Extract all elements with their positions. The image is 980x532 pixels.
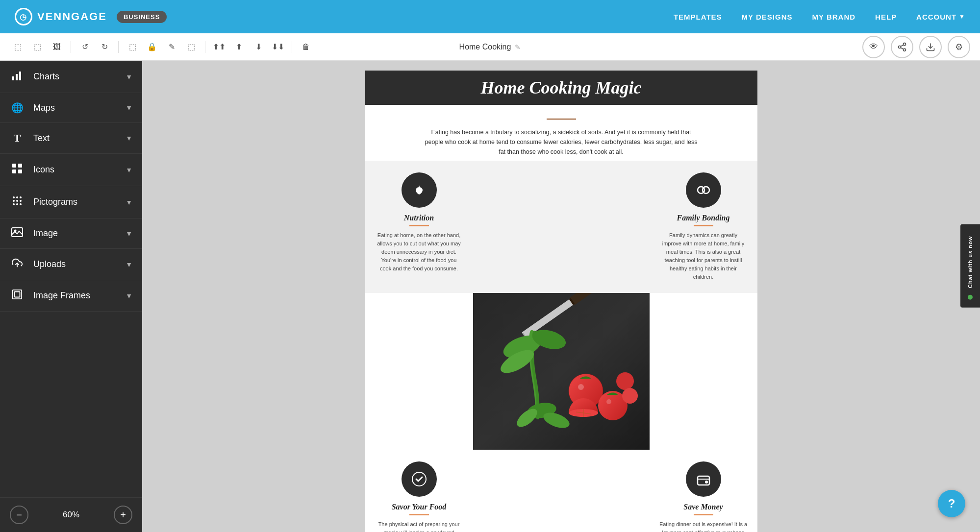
toolbar-send-back-icon[interactable]: ⬇⬇ (270, 39, 286, 55)
chat-text: Chat with us now (967, 232, 973, 292)
toolbar-image-icon[interactable]: 🖼 (49, 39, 65, 55)
svg-rect-8 (19, 72, 21, 80)
zoom-out-button[interactable]: − (10, 506, 28, 524)
svg-point-28 (703, 187, 709, 193)
subtitle-separator (547, 119, 576, 120)
nav-templates[interactable]: TEMPLATES (674, 13, 722, 21)
svg-point-17 (16, 200, 18, 202)
settings-button[interactable]: ⚙ (948, 36, 970, 58)
center-bottom: http://www.healthfitnessrevolution.com/t… (473, 450, 650, 532)
svg-point-21 (20, 203, 22, 205)
toolbar-delete-icon[interactable]: 🗑 (298, 39, 314, 55)
nav-account[interactable]: ACCOUNT ▼ (916, 13, 965, 21)
sidebar-item-maps[interactable]: 🌐 Maps ▼ (0, 93, 142, 123)
family-bonding-text: Family dynamics can greatly improve with… (659, 231, 748, 281)
toolbar-undo-icon[interactable]: ↺ (77, 39, 93, 55)
toolbar-lock-icon[interactable]: 🔒 (144, 39, 160, 55)
svg-point-1 (899, 46, 901, 48)
svg-point-47 (616, 372, 634, 390)
svg-point-16 (13, 200, 15, 202)
download-button[interactable] (919, 36, 942, 58)
text-chevron-icon: ▼ (126, 134, 132, 142)
svg-point-49 (578, 384, 584, 390)
toolbar-copy-icon[interactable]: ⬚ (29, 39, 45, 55)
sidebar-item-text[interactable]: T Text ▼ (0, 123, 142, 154)
center-image-top (473, 161, 650, 293)
toolbar-divider-1 (71, 41, 71, 53)
document-title: Home Cooking ✎ (459, 43, 521, 51)
maps-label: Maps (33, 103, 126, 113)
uploads-label: Uploads (33, 259, 126, 269)
uploads-chevron-icon: ▼ (126, 261, 132, 268)
icons-icon (10, 163, 25, 177)
svg-point-15 (20, 196, 22, 198)
food-image-container (473, 293, 650, 450)
svg-point-48 (622, 388, 638, 404)
sidebar-item-pictograms[interactable]: Pictograms ▼ (0, 186, 142, 218)
chat-widget[interactable]: Chat with us now (960, 224, 980, 308)
toolbar-edit-icon[interactable]: ✎ (164, 39, 179, 55)
preview-button[interactable]: 👁 (862, 36, 885, 58)
toolbar-redo-icon[interactable]: ↻ (97, 39, 112, 55)
sidebar-item-uploads[interactable]: Uploads ▼ (0, 249, 142, 280)
sidebar-item-icons[interactable]: Icons ▼ (0, 154, 142, 186)
toolbar-divider-2 (118, 41, 119, 53)
sidebar-item-image[interactable]: Image ▼ (0, 218, 142, 249)
nav-my-brand[interactable]: MY BRAND (812, 13, 856, 21)
family-bonding-title: Family Bonding (677, 214, 729, 222)
svg-point-20 (16, 203, 18, 205)
svg-rect-22 (12, 228, 23, 237)
nutrition-section: Nutrition Eating at home, on the other h… (365, 161, 473, 293)
svg-line-3 (901, 48, 904, 49)
nav-help[interactable]: HELP (875, 13, 897, 21)
document-title-edit-icon[interactable]: ✎ (515, 43, 521, 51)
svg-point-2 (904, 48, 906, 51)
document-title-text[interactable]: Home Cooking (459, 43, 511, 51)
save-money-icon (686, 461, 721, 497)
sidebar-item-charts[interactable]: Charts ▼ (0, 61, 142, 93)
business-badge[interactable]: BUSINESS (117, 11, 167, 23)
logo[interactable]: ◷ VENNGAGE (15, 8, 107, 25)
help-button[interactable]: ? (938, 490, 965, 517)
nav-my-designs[interactable]: MY DESIGNS (742, 13, 793, 21)
toolbar-divider-3 (205, 41, 205, 53)
sidebar: Charts ▼ 🌐 Maps ▼ T Text ▼ Icons ▼ (0, 61, 142, 532)
svg-rect-12 (18, 169, 22, 173)
infographic[interactable]: Home Cooking Magic Eating has become a t… (365, 71, 757, 522)
logo-text: VENNGAGE (37, 10, 107, 23)
food-cutting-board (473, 293, 650, 450)
svg-point-13 (13, 196, 15, 198)
header-bar-right (659, 71, 757, 105)
nutrition-title: Nutrition (404, 214, 434, 222)
maps-chevron-icon: ▼ (126, 104, 132, 112)
canvas-area[interactable]: Home Cooking Magic Eating has become a t… (142, 61, 980, 532)
toolbar-send-backward-icon[interactable]: ⬇ (251, 39, 266, 55)
svg-point-14 (16, 196, 18, 198)
toolbar-bring-front-icon[interactable]: ⬆⬆ (211, 39, 227, 55)
nutrition-separator (409, 225, 429, 226)
toolbar-frame-icon[interactable]: ⬚ (125, 39, 140, 55)
svg-rect-6 (12, 76, 14, 80)
center-image-row (365, 293, 757, 450)
center-right-space (650, 293, 757, 450)
savor-food-section: Savor Your Food The physical act of prep… (365, 450, 473, 532)
family-bonding-separator (694, 225, 713, 226)
sidebar-item-image-frames[interactable]: Image Frames ▼ (0, 280, 142, 312)
svg-point-0 (904, 43, 906, 45)
pictograms-label: Pictograms (33, 197, 126, 207)
toolbar-duplicate-icon[interactable]: ⬚ (183, 39, 199, 55)
share-button[interactable] (891, 36, 913, 58)
svg-rect-7 (16, 74, 18, 80)
svg-point-19 (13, 203, 15, 205)
family-bonding-section: Family Bonding Family dynamics can great… (650, 161, 757, 293)
nutrition-text: Eating at home, on the other hand, allow… (375, 231, 463, 273)
infographic-title: Home Cooking Magic (463, 77, 659, 98)
zoom-in-button[interactable]: + (114, 506, 132, 524)
image-chevron-icon: ▼ (126, 230, 132, 238)
toolbar-back-icon[interactable]: ⬚ (10, 39, 25, 55)
top-navigation: ◷ VENNGAGE BUSINESS TEMPLATES MY DESIGNS… (0, 0, 980, 33)
savor-food-text: The physical act of preparing your meals… (375, 520, 463, 532)
text-icon: T (10, 132, 25, 145)
svg-rect-26 (15, 292, 20, 297)
toolbar-bring-forward-icon[interactable]: ⬆ (231, 39, 247, 55)
